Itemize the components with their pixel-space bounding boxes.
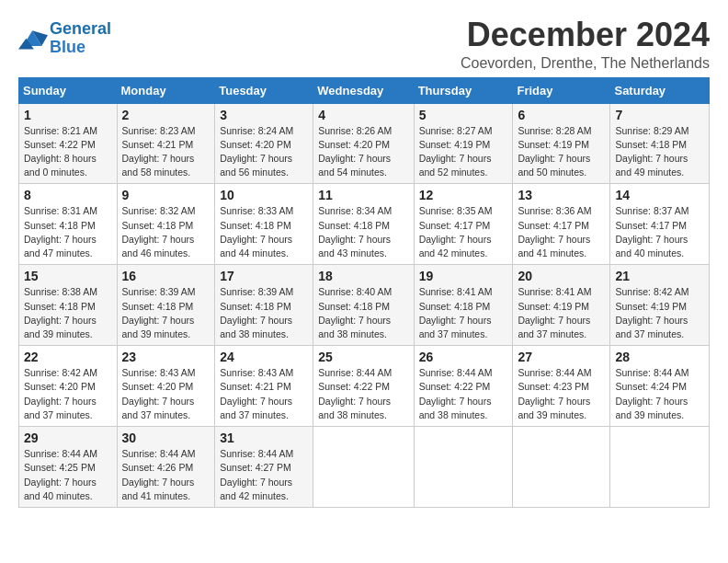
day-detail: Sunrise: 8:44 AMSunset: 4:22 PMDaylight:… [419, 367, 493, 420]
calendar-table: Sunday Monday Tuesday Wednesday Thursday… [18, 77, 710, 508]
calendar-cell: 16Sunrise: 8:39 AMSunset: 4:18 PMDayligh… [117, 265, 215, 346]
calendar-cell: 26Sunrise: 8:44 AMSunset: 4:22 PMDayligh… [414, 346, 513, 427]
logo-text: General Blue [50, 20, 111, 57]
calendar-cell: 9Sunrise: 8:32 AMSunset: 4:18 PMDaylight… [117, 184, 215, 265]
header-row: Sunday Monday Tuesday Wednesday Thursday… [19, 77, 710, 103]
day-detail: Sunrise: 8:27 AMSunset: 4:19 PMDaylight:… [419, 125, 493, 178]
calendar-cell: 3Sunrise: 8:24 AMSunset: 4:20 PMDaylight… [215, 103, 313, 184]
day-detail: Sunrise: 8:21 AMSunset: 4:22 PMDaylight:… [24, 125, 97, 178]
day-detail: Sunrise: 8:43 AMSunset: 4:21 PMDaylight:… [220, 367, 293, 420]
day-number: 14 [615, 188, 704, 202]
day-number: 17 [220, 269, 308, 283]
day-number: 30 [122, 431, 210, 445]
day-number: 15 [24, 269, 112, 283]
calendar-cell: 25Sunrise: 8:44 AMSunset: 4:22 PMDayligh… [313, 346, 414, 427]
day-detail: Sunrise: 8:40 AMSunset: 4:18 PMDaylight:… [318, 286, 392, 339]
day-detail: Sunrise: 8:41 AMSunset: 4:18 PMDaylight:… [419, 286, 493, 339]
day-number: 28 [615, 350, 704, 364]
day-number: 23 [122, 350, 210, 364]
day-detail: Sunrise: 8:42 AMSunset: 4:19 PMDaylight:… [615, 286, 688, 339]
calendar-week-row: 22Sunrise: 8:42 AMSunset: 4:20 PMDayligh… [19, 346, 710, 427]
day-detail: Sunrise: 8:32 AMSunset: 4:18 PMDaylight:… [122, 205, 196, 259]
calendar-cell [610, 427, 710, 508]
day-number: 19 [419, 269, 508, 283]
day-number: 5 [419, 108, 508, 122]
day-number: 22 [24, 350, 112, 364]
day-detail: Sunrise: 8:39 AMSunset: 4:18 PMDaylight:… [220, 286, 293, 339]
calendar-page: General Blue December 2024 Coevorden, Dr… [0, 0, 728, 563]
day-number: 2 [122, 108, 210, 122]
calendar-cell [414, 427, 513, 508]
col-wednesday: Wednesday [313, 77, 414, 103]
col-sunday: Sunday [19, 77, 118, 103]
calendar-cell: 2Sunrise: 8:23 AMSunset: 4:21 PMDaylight… [117, 103, 215, 184]
calendar-cell [313, 427, 414, 508]
day-number: 20 [518, 269, 605, 283]
calendar-cell: 29Sunrise: 8:44 AMSunset: 4:25 PMDayligh… [19, 427, 118, 508]
calendar-cell: 10Sunrise: 8:33 AMSunset: 4:18 PMDayligh… [215, 184, 313, 265]
calendar-cell: 27Sunrise: 8:44 AMSunset: 4:23 PMDayligh… [513, 346, 610, 427]
col-saturday: Saturday [610, 77, 710, 103]
day-detail: Sunrise: 8:43 AMSunset: 4:20 PMDaylight:… [122, 367, 196, 420]
day-detail: Sunrise: 8:44 AMSunset: 4:22 PMDaylight:… [318, 367, 392, 420]
day-number: 29 [24, 431, 112, 445]
day-detail: Sunrise: 8:23 AMSunset: 4:21 PMDaylight:… [122, 125, 196, 178]
calendar-cell: 23Sunrise: 8:43 AMSunset: 4:20 PMDayligh… [117, 346, 215, 427]
day-number: 25 [318, 350, 408, 364]
day-detail: Sunrise: 8:36 AMSunset: 4:17 PMDaylight:… [518, 205, 591, 259]
day-number: 31 [220, 431, 308, 445]
calendar-cell: 8Sunrise: 8:31 AMSunset: 4:18 PMDaylight… [19, 184, 118, 265]
col-friday: Friday [513, 77, 610, 103]
calendar-cell: 21Sunrise: 8:42 AMSunset: 4:19 PMDayligh… [610, 265, 710, 346]
calendar-cell: 12Sunrise: 8:35 AMSunset: 4:17 PMDayligh… [414, 184, 513, 265]
day-detail: Sunrise: 8:31 AMSunset: 4:18 PMDaylight:… [24, 205, 97, 259]
day-detail: Sunrise: 8:38 AMSunset: 4:18 PMDaylight:… [24, 286, 97, 339]
calendar-cell: 19Sunrise: 8:41 AMSunset: 4:18 PMDayligh… [414, 265, 513, 346]
day-detail: Sunrise: 8:44 AMSunset: 4:26 PMDaylight:… [122, 448, 196, 501]
day-number: 26 [419, 350, 508, 364]
calendar-cell: 1Sunrise: 8:21 AMSunset: 4:22 PMDaylight… [19, 103, 118, 184]
day-detail: Sunrise: 8:24 AMSunset: 4:20 PMDaylight:… [220, 125, 293, 178]
calendar-cell: 17Sunrise: 8:39 AMSunset: 4:18 PMDayligh… [215, 265, 313, 346]
day-detail: Sunrise: 8:28 AMSunset: 4:19 PMDaylight:… [518, 125, 591, 178]
calendar-cell: 5Sunrise: 8:27 AMSunset: 4:19 PMDaylight… [414, 103, 513, 184]
calendar-cell: 24Sunrise: 8:43 AMSunset: 4:21 PMDayligh… [215, 346, 313, 427]
day-number: 24 [220, 350, 308, 364]
calendar-cell [513, 427, 610, 508]
calendar-week-row: 15Sunrise: 8:38 AMSunset: 4:18 PMDayligh… [19, 265, 710, 346]
calendar-week-row: 8Sunrise: 8:31 AMSunset: 4:18 PMDaylight… [19, 184, 710, 265]
day-detail: Sunrise: 8:44 AMSunset: 4:25 PMDaylight:… [24, 448, 97, 501]
day-detail: Sunrise: 8:41 AMSunset: 4:19 PMDaylight:… [518, 286, 591, 339]
day-number: 6 [518, 108, 605, 122]
day-detail: Sunrise: 8:44 AMSunset: 4:23 PMDaylight:… [518, 367, 591, 420]
day-detail: Sunrise: 8:39 AMSunset: 4:18 PMDaylight:… [122, 286, 196, 339]
calendar-cell: 15Sunrise: 8:38 AMSunset: 4:18 PMDayligh… [19, 265, 118, 346]
calendar-cell: 6Sunrise: 8:28 AMSunset: 4:19 PMDaylight… [513, 103, 610, 184]
day-number: 12 [419, 188, 508, 202]
calendar-cell: 4Sunrise: 8:26 AMSunset: 4:20 PMDaylight… [313, 103, 414, 184]
day-detail: Sunrise: 8:26 AMSunset: 4:20 PMDaylight:… [318, 125, 392, 178]
calendar-cell: 30Sunrise: 8:44 AMSunset: 4:26 PMDayligh… [117, 427, 215, 508]
day-number: 13 [518, 188, 605, 202]
calendar-cell: 31Sunrise: 8:44 AMSunset: 4:27 PMDayligh… [215, 427, 313, 508]
day-number: 10 [220, 188, 308, 202]
title-block: December 2024 Coevorden, Drenthe, The Ne… [461, 17, 710, 72]
calendar-cell: 14Sunrise: 8:37 AMSunset: 4:17 PMDayligh… [610, 184, 710, 265]
calendar-cell: 7Sunrise: 8:29 AMSunset: 4:18 PMDaylight… [610, 103, 710, 184]
day-detail: Sunrise: 8:35 AMSunset: 4:17 PMDaylight:… [419, 205, 493, 259]
col-tuesday: Tuesday [215, 77, 313, 103]
day-detail: Sunrise: 8:42 AMSunset: 4:20 PMDaylight:… [24, 367, 97, 420]
calendar-cell: 22Sunrise: 8:42 AMSunset: 4:20 PMDayligh… [19, 346, 118, 427]
day-number: 3 [220, 108, 308, 122]
calendar-week-row: 29Sunrise: 8:44 AMSunset: 4:25 PMDayligh… [19, 427, 710, 508]
day-number: 7 [615, 108, 704, 122]
day-number: 1 [24, 108, 112, 122]
day-detail: Sunrise: 8:44 AMSunset: 4:24 PMDaylight:… [615, 367, 688, 420]
day-number: 18 [318, 269, 408, 283]
col-monday: Monday [117, 77, 215, 103]
day-number: 11 [318, 188, 408, 202]
calendar-cell: 13Sunrise: 8:36 AMSunset: 4:17 PMDayligh… [513, 184, 610, 265]
day-number: 21 [615, 269, 704, 283]
day-number: 4 [318, 108, 408, 122]
day-detail: Sunrise: 8:29 AMSunset: 4:18 PMDaylight:… [615, 125, 688, 178]
